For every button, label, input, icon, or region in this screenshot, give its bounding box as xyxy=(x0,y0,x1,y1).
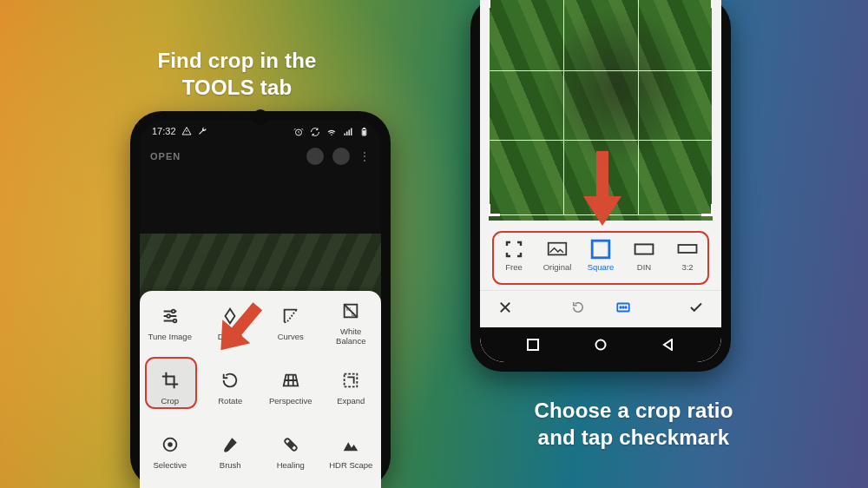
tool-crop[interactable]: Crop xyxy=(160,370,181,406)
wifi-icon xyxy=(326,127,337,137)
svg-marker-27 xyxy=(664,340,672,350)
svg-point-24 xyxy=(625,307,627,308)
status-bar: 17:32 xyxy=(140,121,381,142)
svg-point-26 xyxy=(596,340,606,350)
tool-healing[interactable]: Healing xyxy=(277,434,305,470)
rotate-button[interactable] xyxy=(570,300,586,319)
tool-selective[interactable]: Selective xyxy=(153,434,187,470)
svg-point-5 xyxy=(167,314,170,318)
ratio-square[interactable]: Square xyxy=(588,241,615,272)
ratio-label: DIN xyxy=(637,262,651,272)
rotate-icon xyxy=(220,370,240,391)
square-icon xyxy=(590,241,611,257)
ratio-3-2[interactable]: 3:2 xyxy=(677,241,698,272)
original-icon xyxy=(547,241,568,257)
tool-label: Brush xyxy=(220,460,241,470)
tool-brush[interactable]: Brush xyxy=(220,434,241,470)
crop-gridline-h2 xyxy=(489,140,713,141)
open-label: OPEN xyxy=(150,151,181,162)
aspect-button[interactable] xyxy=(615,300,631,319)
free-icon xyxy=(503,241,524,257)
tool-label: Rotate xyxy=(218,396,242,406)
svg-point-4 xyxy=(172,309,175,313)
svg-rect-10 xyxy=(345,373,358,386)
tool-expand[interactable]: Expand xyxy=(337,370,365,406)
ratio-label: 3:2 xyxy=(681,262,693,272)
tool-label: Curves xyxy=(278,332,304,341)
cancel-button[interactable] xyxy=(497,300,513,319)
svg-rect-3 xyxy=(363,130,365,135)
svg-point-23 xyxy=(622,307,624,308)
signal-icon xyxy=(343,127,353,137)
tool-white-balance[interactable]: WB White Balance xyxy=(336,300,365,346)
tool-label: Healing xyxy=(277,460,305,470)
undo-icon xyxy=(306,148,324,165)
tools-sheet: Tune Image Details Curves WB White Balan… xyxy=(140,291,381,488)
nav-home[interactable] xyxy=(595,339,607,351)
tool-perspective[interactable]: Perspective xyxy=(269,370,312,406)
sliders-icon xyxy=(160,306,181,326)
caption-ratio: Choose a crop ratio and tap checkmark xyxy=(486,398,781,451)
crop-handle-bl[interactable] xyxy=(489,204,500,216)
svg-rect-20 xyxy=(679,245,697,253)
tool-tune-image[interactable]: Tune Image xyxy=(148,306,192,341)
ratio-din[interactable]: DIN xyxy=(634,241,654,272)
ratio-label: Free xyxy=(505,262,523,272)
alarm-icon xyxy=(293,127,304,137)
healing-icon xyxy=(280,434,301,455)
caption-tools: Find crop in the TOOLS tab xyxy=(102,48,372,101)
android-nav-bar xyxy=(480,327,721,362)
crop-handle-tr[interactable] xyxy=(701,0,713,8)
din-icon xyxy=(634,241,654,257)
ratio-original[interactable]: Original xyxy=(543,241,572,272)
ratio-label: Square xyxy=(588,262,615,272)
wrench-icon xyxy=(197,126,207,136)
crop-gridline-h1 xyxy=(489,70,713,71)
crop-handle-tl[interactable] xyxy=(489,0,500,8)
ratio-label: Original xyxy=(543,262,572,272)
selective-icon xyxy=(160,434,181,455)
svg-point-22 xyxy=(620,307,621,308)
tool-label: Selective xyxy=(153,460,187,470)
crop-gridline-v2 xyxy=(638,0,639,215)
tool-curves[interactable]: Curves xyxy=(278,306,304,341)
status-time: 17:32 xyxy=(152,126,176,136)
sync-icon xyxy=(310,127,320,137)
svg-rect-19 xyxy=(635,244,654,254)
tool-label: Tune Image xyxy=(148,332,192,341)
svg-point-6 xyxy=(173,319,176,322)
crop-handle-br[interactable] xyxy=(701,204,713,216)
more-icon: ⋮ xyxy=(358,149,371,163)
phone-crop: Free Original Square DIN 3:2 xyxy=(470,0,731,372)
perspective-icon xyxy=(280,370,301,391)
curves-icon xyxy=(280,306,301,326)
tool-label: Perspective xyxy=(269,396,312,406)
confirm-button[interactable] xyxy=(688,300,704,319)
crop-action-bar xyxy=(480,290,721,327)
tool-details[interactable]: Details xyxy=(218,306,243,341)
crop-photo-area[interactable] xyxy=(489,0,713,221)
crop-icon xyxy=(160,370,181,391)
tool-label: Crop xyxy=(161,396,179,406)
phone-tools: 17:32 OPEN ⋮ xyxy=(130,111,391,488)
details-icon xyxy=(220,306,240,326)
crop-outline[interactable] xyxy=(489,0,713,215)
editor-header: OPEN ⋮ xyxy=(140,142,381,171)
svg-point-12 xyxy=(168,443,172,446)
nav-recent[interactable] xyxy=(527,339,539,351)
expand-icon xyxy=(340,370,361,391)
crop-gridline-v1 xyxy=(563,0,564,215)
tool-hdr-scape[interactable]: HDR Scape xyxy=(329,434,372,470)
svg-text:W: W xyxy=(346,307,352,312)
crop-ratio-row: Free Original Square DIN 3:2 xyxy=(492,231,709,281)
svg-rect-17 xyxy=(549,243,567,255)
ratio-free[interactable]: Free xyxy=(503,241,524,272)
svg-rect-2 xyxy=(364,128,365,129)
nav-back[interactable] xyxy=(662,339,674,351)
tool-label: Details xyxy=(218,332,243,341)
svg-rect-18 xyxy=(592,241,609,258)
battery-icon xyxy=(359,127,369,137)
warning-icon xyxy=(181,126,192,136)
tool-label: HDR Scape xyxy=(329,460,372,470)
tool-rotate[interactable]: Rotate xyxy=(218,370,242,406)
